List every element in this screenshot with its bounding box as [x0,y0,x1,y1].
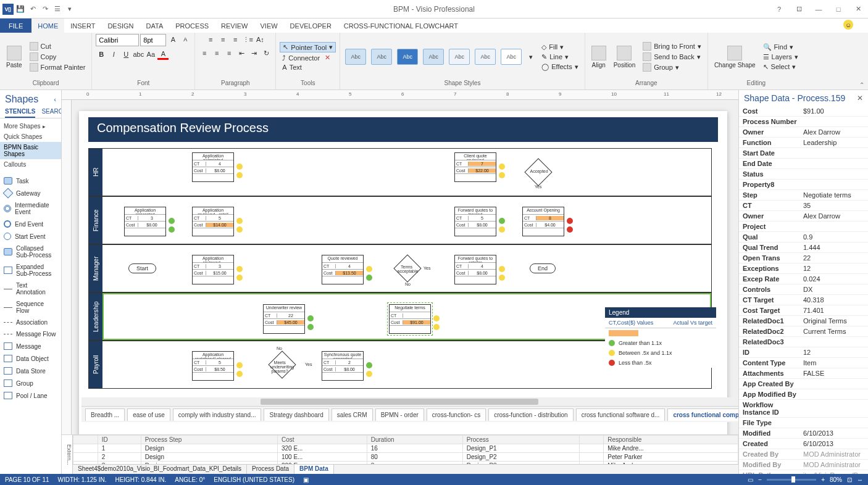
language-indicator[interactable]: ENGLISH (UNITED STATES) [214,476,294,483]
page-indicator[interactable]: PAGE 10 OF 11 [5,476,49,483]
table-row[interactable]: 1Design320 E...16Design_P1Mike Andre... [73,444,738,453]
pointer-tool-button[interactable]: ↖Pointer Tool▾ [280,42,336,52]
view-tab[interactable]: VIEW [254,19,283,33]
redo-icon[interactable]: ↷ [40,4,51,15]
property-value[interactable]: 71.401 [801,305,868,315]
table-cell[interactable] [579,444,604,453]
file-tab[interactable]: FILE [0,19,31,33]
page-tab[interactable]: cross functional compen... [667,408,738,421]
more-shapes-item[interactable]: More Shapes▸ [0,121,61,131]
shape-palette-item[interactable]: Association [0,317,61,328]
font-color-button[interactable]: A [157,49,169,60]
column-header[interactable]: Responsible [604,436,738,444]
underline-button[interactable]: U [120,49,131,60]
table-cell[interactable]: Design [141,444,277,453]
shape-palette-item[interactable]: Expanded Sub-Process [0,261,61,280]
task-app_rev_whole[interactable]: Application reviewed - wholesaleCT3Cost$… [192,255,234,284]
lane-hr[interactable]: HRApplication completedCT4Cost$8.00Clien… [88,148,712,196]
property-value[interactable]: 6/10/2013 [801,428,868,438]
process-tab[interactable]: PROCESS [169,19,215,33]
property-value[interactable] [801,222,868,231]
shape-palette-item[interactable]: Intermediate Event [0,199,61,218]
minimize-icon[interactable]: — [811,3,826,15]
task-neg_terms[interactable]: Negotiate termsCTCost$91.00 [389,304,431,334]
property-value[interactable]: $91.00 [801,106,868,116]
visio-app-icon[interactable]: V▯ [2,4,14,15]
start-event[interactable]: Start [128,263,156,273]
undo-icon[interactable]: ↶ [27,4,38,15]
align-bot-icon[interactable]: ≡ [230,34,241,45]
property-value[interactable]: sites/VisioDemos/Pr... [797,470,868,474]
cff-tab[interactable]: CROSS-FUNCTIONAL FLOWCHART [338,19,464,33]
touch-mode-icon[interactable]: ☰ [52,4,63,15]
bold-button[interactable]: B [96,49,107,60]
style-swatch-6[interactable]: Abc [475,49,496,65]
shape-data-row[interactable]: CT Target40.318 [739,295,868,305]
search-shapes-tab[interactable]: SEARCH [41,106,62,118]
property-value[interactable] [801,117,868,126]
change-shape-button[interactable]: Change Shape [712,44,758,70]
page-tab[interactable]: cross functional software d... [576,408,666,421]
align-right-icon[interactable]: ≡ [223,48,235,59]
shape-data-row[interactable]: Excep Rate0.024 [739,274,868,284]
shape-data-row[interactable]: CT35 [739,201,868,211]
property-value[interactable] [801,148,868,158]
copy-button[interactable]: Copy [27,52,88,62]
task-app_gen[interactable]: Application generatedCT3Cost$8.00 [124,207,166,236]
line-button[interactable]: ✎Line▾ [539,52,580,62]
shape-data-row[interactable]: RelatedDoc3 [739,337,868,347]
shape-data-row[interactable]: RelatedDoc1Original Terms [739,316,868,326]
style-swatch-7[interactable]: Abc [501,49,522,65]
shape-data-row[interactable]: Status [739,169,868,180]
help-icon[interactable]: ? [772,3,787,15]
indent-icon[interactable]: A↕ [254,34,265,45]
insert-tab[interactable]: INSERT [64,19,101,33]
horizontal-scrollbar[interactable] [81,397,738,406]
table-cell[interactable]: 80 [367,453,462,462]
shape-data-row[interactable]: ControlsDX [739,284,868,295]
page-tab[interactable]: comply with industry stand... [173,408,262,421]
drawing-page[interactable]: Compensation Review Process HRApplicatio… [79,111,727,434]
column-header[interactable]: Cost [277,436,367,444]
style-swatch-5[interactable]: Abc [449,49,470,65]
property-value[interactable] [801,180,868,189]
table-row[interactable]: 2Design100 E...80Design_P2Peter Parker [73,453,738,462]
task-app_completed[interactable]: Application completedCT4Cost$8.00 [192,152,234,182]
paste-button[interactable]: Paste [4,44,25,70]
bring-front-button[interactable]: Bring to Front▾ [640,41,704,51]
shape-data-row[interactable]: Start Date [739,148,868,159]
data-source-tab[interactable]: Sheet4$demo2010a_Visio_BI_Foodmart_Data_… [73,465,247,474]
table-cell[interactable]: Peter Parker [604,453,738,462]
shape-palette-item[interactable]: Collapsed Sub-Process [0,243,61,261]
zoom-out-icon[interactable]: − [758,476,762,483]
rotate-icon[interactable]: ↻ [261,48,272,59]
zoom-slider-thumb[interactable] [791,476,795,483]
shape-data-row[interactable]: FunctionLeadership [739,138,868,148]
dec-indent-icon[interactable]: ⇤ [236,48,247,59]
shape-palette-item[interactable]: Data Store [0,365,61,377]
shape-data-row[interactable]: AttachmentsFALSE [739,368,868,379]
case-button[interactable]: Aa [145,49,156,60]
property-value[interactable]: 40.318 [801,295,868,305]
page-tab[interactable]: Breadth ... [85,408,125,421]
shape-palette-item[interactable]: Message Flow [0,328,61,340]
property-value[interactable]: 6/10/2013 [801,439,868,449]
group-button[interactable]: Group▾ [640,62,704,72]
shape-data-row[interactable]: App Modified By [739,389,868,400]
shape-data-row[interactable]: Cost Target71.401 [739,305,868,316]
task-client_quote[interactable]: Client quote reviewedCT7Cost$22.00 [454,152,496,182]
shape-data-row[interactable]: Project [739,222,868,232]
table-cell[interactable]: 16 [367,444,462,453]
style-swatch-3[interactable]: Abc [397,49,418,65]
align-mid-icon[interactable]: ≡ [217,34,228,45]
property-value[interactable] [801,337,868,347]
gateway-accepted[interactable]: Accepted [524,158,552,186]
property-value[interactable]: Alex Darrow [801,211,868,221]
shape-palette-item[interactable]: Message [0,340,61,352]
shape-data-row[interactable]: End Date [739,159,868,169]
property-value[interactable]: 0.024 [801,274,868,284]
collapse-ribbon-icon[interactable]: ⌃ [859,81,864,88]
italic-button[interactable]: I [108,49,119,60]
table-cell[interactable] [579,453,604,462]
connector-tool-button[interactable]: ⤴Connector✕ [280,53,336,62]
